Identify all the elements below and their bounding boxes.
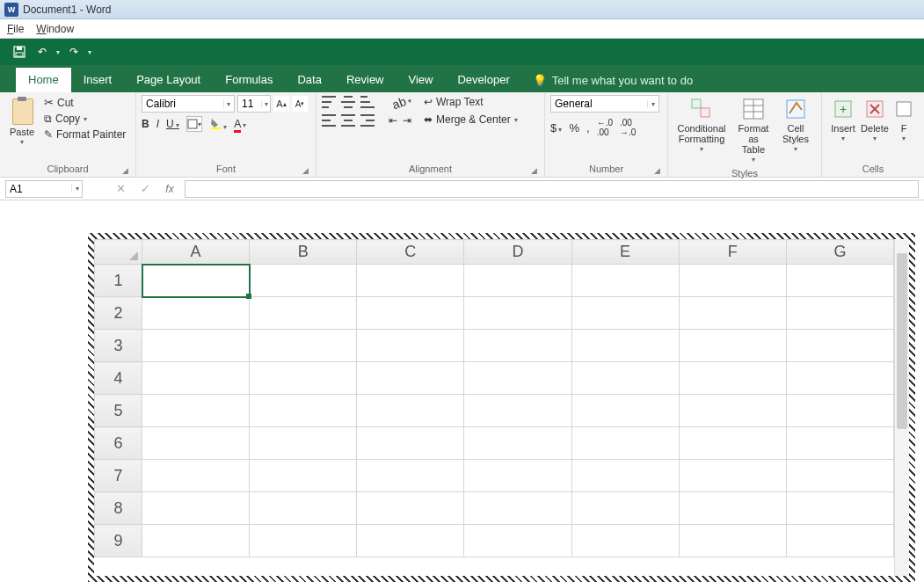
cell[interactable] xyxy=(786,297,893,330)
cell[interactable] xyxy=(571,395,679,427)
cell[interactable] xyxy=(571,460,679,492)
cell[interactable] xyxy=(142,395,250,427)
cell[interactable] xyxy=(679,460,786,492)
cell[interactable] xyxy=(250,492,357,525)
qat-customize-icon[interactable]: ▾ xyxy=(88,48,91,56)
col-header-d[interactable]: D xyxy=(464,240,571,265)
tell-me-search[interactable]: 💡 Tell me what you want to do xyxy=(522,69,703,92)
format-as-table-button[interactable]: Format asTable xyxy=(730,95,777,166)
cell[interactable] xyxy=(142,460,250,492)
row-header-7[interactable]: 7 xyxy=(95,460,142,492)
cell[interactable] xyxy=(786,395,893,427)
cell[interactable] xyxy=(786,525,893,557)
cell[interactable] xyxy=(250,362,357,395)
col-header-f[interactable]: F xyxy=(679,240,786,265)
row-header-3[interactable]: 3 xyxy=(95,330,142,362)
spreadsheet-grid[interactable]: A B C D E F G 1 2 3 4 5 6 7 8 xyxy=(94,239,894,576)
cell-a1[interactable] xyxy=(142,265,250,297)
cell[interactable] xyxy=(464,460,571,492)
underline-button[interactable]: U xyxy=(166,118,179,130)
cell[interactable] xyxy=(786,460,893,492)
cell[interactable] xyxy=(571,265,679,297)
font-size-input[interactable] xyxy=(238,98,261,110)
cell[interactable] xyxy=(679,297,786,330)
dialog-launcher-icon[interactable]: ◢ xyxy=(654,166,660,175)
cell[interactable] xyxy=(679,362,786,395)
col-header-a[interactable]: A xyxy=(142,240,250,265)
increase-indent-button[interactable]: ⇥ xyxy=(403,114,411,127)
cell[interactable] xyxy=(142,362,250,395)
select-all-corner[interactable] xyxy=(95,240,142,265)
cell[interactable] xyxy=(571,330,679,362)
cell[interactable] xyxy=(357,525,464,557)
cell[interactable] xyxy=(357,330,464,362)
font-name-input[interactable] xyxy=(142,98,223,110)
cell[interactable] xyxy=(250,395,357,427)
format-painter-button[interactable]: Format Painter xyxy=(42,127,127,142)
cell[interactable] xyxy=(679,492,786,525)
cell[interactable] xyxy=(571,297,679,330)
tab-view[interactable]: View xyxy=(397,68,446,92)
decrease-font-button[interactable]: A▾ xyxy=(292,96,308,112)
format-cells-button[interactable]: F xyxy=(891,95,917,145)
tab-developer[interactable]: Developer xyxy=(445,68,521,92)
cancel-formula-button[interactable]: ✕ xyxy=(111,180,130,198)
cell[interactable] xyxy=(464,330,571,362)
col-header-c[interactable]: C xyxy=(357,240,464,265)
font-color-button[interactable]: A xyxy=(234,118,246,130)
increase-font-button[interactable]: A▴ xyxy=(273,96,289,112)
cell[interactable] xyxy=(464,395,571,427)
cell[interactable] xyxy=(250,265,357,297)
row-header-5[interactable]: 5 xyxy=(95,395,142,427)
col-header-g[interactable]: G xyxy=(786,240,893,265)
copy-button[interactable]: Copy xyxy=(42,112,127,126)
cell[interactable] xyxy=(357,265,464,297)
row-header-9[interactable]: 9 xyxy=(95,525,142,557)
cell[interactable] xyxy=(679,330,786,362)
delete-cells-button[interactable]: Delete xyxy=(859,95,891,145)
italic-button[interactable]: I xyxy=(156,118,159,130)
cell[interactable] xyxy=(250,297,357,330)
col-header-b[interactable]: B xyxy=(250,240,357,265)
border-button[interactable] xyxy=(186,116,202,132)
redo-button[interactable]: ↷ xyxy=(65,43,83,61)
tab-review[interactable]: Review xyxy=(334,68,397,92)
menu-file[interactable]: File xyxy=(7,23,24,35)
formula-input[interactable] xyxy=(185,180,919,198)
cell[interactable] xyxy=(786,427,893,460)
save-button[interactable] xyxy=(11,43,28,61)
cell[interactable] xyxy=(679,265,786,297)
cell[interactable] xyxy=(679,427,786,460)
name-box-input[interactable] xyxy=(6,183,71,195)
number-format-input[interactable] xyxy=(551,98,647,110)
scrollbar-thumb[interactable] xyxy=(897,253,907,429)
cell[interactable] xyxy=(142,492,250,525)
cell[interactable] xyxy=(786,330,893,362)
cell[interactable] xyxy=(464,427,571,460)
cell[interactable] xyxy=(357,395,464,427)
qat-dropdown-icon[interactable]: ▾ xyxy=(56,48,60,56)
cell[interactable] xyxy=(357,460,464,492)
cell[interactable] xyxy=(142,297,250,330)
row-header-8[interactable]: 8 xyxy=(95,492,142,525)
cell[interactable] xyxy=(464,297,571,330)
name-box[interactable]: ▾ xyxy=(5,180,83,198)
align-center-button[interactable] xyxy=(341,114,355,127)
increase-decimal-button[interactable]: ←.0.00 xyxy=(597,118,613,137)
cell[interactable] xyxy=(786,492,893,525)
cell[interactable] xyxy=(571,362,679,395)
tab-insert[interactable]: Insert xyxy=(71,68,125,92)
accounting-format-button[interactable]: $ xyxy=(550,121,562,135)
wrap-text-button[interactable]: ↩Wrap Text xyxy=(422,95,520,109)
percent-button[interactable]: % xyxy=(569,121,579,135)
cell[interactable] xyxy=(464,265,571,297)
cell[interactable] xyxy=(571,525,679,557)
dialog-launcher-icon[interactable]: ◢ xyxy=(302,166,309,175)
cell[interactable] xyxy=(142,330,250,362)
dialog-launcher-icon[interactable]: ◢ xyxy=(531,166,537,175)
insert-function-button[interactable]: fx xyxy=(160,180,179,198)
decrease-indent-button[interactable]: ⇤ xyxy=(389,114,397,127)
insert-cells-button[interactable]: + Insert xyxy=(827,95,859,145)
cut-button[interactable]: Cut xyxy=(42,95,127,110)
cell[interactable] xyxy=(786,265,893,297)
